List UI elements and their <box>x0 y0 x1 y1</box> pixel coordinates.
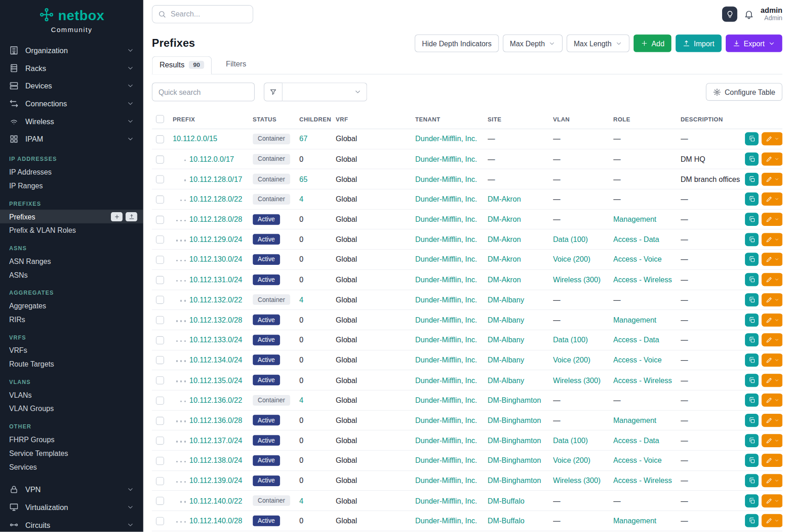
site-link[interactable]: DM-Buffalo <box>487 517 524 525</box>
edit-button[interactable] <box>761 173 782 186</box>
clone-button[interactable] <box>745 313 759 327</box>
vlan-link[interactable]: Data (100) <box>553 236 588 244</box>
column-header-description[interactable]: DESCRIPTION <box>680 110 745 129</box>
tenant-link[interactable]: Dunder-Mifflin, Inc. <box>415 356 477 364</box>
site-link[interactable]: DM-Binghamton <box>487 396 541 405</box>
children-count-link[interactable]: 4 <box>299 195 303 203</box>
prefix-link[interactable]: 10.112.139.0/24 <box>189 477 242 485</box>
prefix-link[interactable]: 10.112.133.0/24 <box>189 336 242 344</box>
clone-button[interactable] <box>745 474 759 488</box>
role-link[interactable]: Access - Voice <box>613 256 662 264</box>
sidebar-item-vrfs[interactable]: VRFs <box>0 343 143 357</box>
sidebar-item-rirs[interactable]: RIRs <box>0 313 143 326</box>
edit-button[interactable] <box>761 333 782 346</box>
row-checkbox[interactable] <box>156 396 164 405</box>
vlan-link[interactable]: Voice (200) <box>553 356 591 364</box>
add-prefix-button[interactable] <box>111 212 122 221</box>
tenant-link[interactable]: Dunder-Mifflin, Inc. <box>415 215 477 224</box>
row-checkbox[interactable] <box>156 356 164 364</box>
column-header-status[interactable]: STATUS <box>253 110 300 129</box>
edit-button[interactable] <box>761 474 782 488</box>
clone-button[interactable] <box>745 233 759 246</box>
site-link[interactable]: DM-Akron <box>487 236 521 244</box>
prefix-link[interactable]: 10.112.128.0/22 <box>189 195 242 203</box>
vlan-link[interactable]: Wireless (300) <box>553 275 601 284</box>
tenant-link[interactable]: Dunder-Mifflin, Inc. <box>415 336 477 344</box>
site-link[interactable]: DM-Albany <box>487 356 524 364</box>
role-link[interactable]: Access - Wireless <box>613 376 672 384</box>
site-link[interactable]: DM-Akron <box>487 195 521 203</box>
edit-button[interactable] <box>761 233 782 246</box>
children-count-link[interactable]: 4 <box>299 296 303 304</box>
tenant-link[interactable]: Dunder-Mifflin, Inc. <box>415 376 477 384</box>
sidebar-item-ip-ranges[interactable]: IP Ranges <box>0 179 143 192</box>
role-link[interactable]: Access - Voice <box>613 356 662 364</box>
tab-results[interactable]: Results 90 <box>152 56 212 75</box>
sidebar-item-wireless[interactable]: Wireless <box>0 112 143 130</box>
clone-button[interactable] <box>745 353 759 367</box>
prefix-link[interactable]: 10.112.137.0/24 <box>189 436 242 444</box>
tenant-link[interactable]: Dunder-Mifflin, Inc. <box>415 316 477 324</box>
tenant-link[interactable]: Dunder-Mifflin, Inc. <box>415 396 477 405</box>
site-link[interactable]: DM-Binghamton <box>487 456 541 465</box>
sidebar-item-service-templates[interactable]: Service Templates <box>0 446 143 460</box>
column-header-vlan[interactable]: VLAN <box>553 110 613 129</box>
tenant-link[interactable]: Dunder-Mifflin, Inc. <box>415 436 477 444</box>
tenant-link[interactable]: Dunder-Mifflin, Inc. <box>415 275 477 284</box>
row-checkbox[interactable] <box>156 457 164 465</box>
sidebar-item-vlan-groups[interactable]: VLAN Groups <box>0 401 143 415</box>
clone-button[interactable] <box>745 394 759 407</box>
vlan-link[interactable]: Data (100) <box>553 436 588 444</box>
vlan-link[interactable]: Voice (200) <box>553 456 591 465</box>
prefix-link[interactable]: 10.112.129.0/24 <box>189 236 242 244</box>
tenant-link[interactable]: Dunder-Mifflin, Inc. <box>415 477 477 485</box>
row-checkbox[interactable] <box>156 497 164 505</box>
sidebar-item-ipam[interactable]: IPAM <box>0 130 143 148</box>
tenant-link[interactable]: Dunder-Mifflin, Inc. <box>415 416 477 424</box>
edit-button[interactable] <box>761 273 782 286</box>
prefix-link[interactable]: 10.112.131.0/24 <box>189 275 242 284</box>
children-count-link[interactable]: 65 <box>299 175 307 183</box>
clone-button[interactable] <box>745 454 759 467</box>
edit-button[interactable] <box>761 213 782 226</box>
edit-button[interactable] <box>761 514 782 527</box>
prefix-link[interactable]: 10.112.138.0/24 <box>189 456 242 465</box>
filter-button[interactable] <box>264 82 283 101</box>
site-link[interactable]: DM-Akron <box>487 256 521 264</box>
clone-button[interactable] <box>745 293 759 307</box>
hide-depth-indicators-button[interactable]: Hide Depth Indicators <box>415 34 499 52</box>
edit-button[interactable] <box>761 153 782 166</box>
clone-button[interactable] <box>745 153 759 166</box>
clone-button[interactable] <box>745 273 759 286</box>
prefix-link[interactable]: 10.112.128.0/28 <box>189 215 242 224</box>
site-link[interactable]: DM-Albany <box>487 336 524 344</box>
sidebar-item-organization[interactable]: Organization <box>0 42 143 60</box>
tenant-link[interactable]: Dunder-Mifflin, Inc. <box>415 195 477 203</box>
tenant-link[interactable]: Dunder-Mifflin, Inc. <box>415 256 477 264</box>
clone-button[interactable] <box>745 333 759 346</box>
row-checkbox[interactable] <box>156 196 164 204</box>
prefix-link[interactable]: 10.112.140.0/28 <box>189 517 242 525</box>
prefix-link[interactable]: 10.112.140.0/22 <box>189 497 242 505</box>
max-depth-dropdown[interactable]: Max Depth <box>503 34 563 52</box>
tenant-link[interactable]: Dunder-Mifflin, Inc. <box>415 155 477 163</box>
clone-button[interactable] <box>745 434 759 447</box>
row-checkbox[interactable] <box>156 256 164 264</box>
row-checkbox[interactable] <box>156 517 164 525</box>
row-checkbox[interactable] <box>156 176 164 184</box>
tenant-link[interactable]: Dunder-Mifflin, Inc. <box>415 175 477 183</box>
edit-button[interactable] <box>761 373 782 387</box>
clone-button[interactable] <box>745 213 759 226</box>
clone-button[interactable] <box>745 373 759 387</box>
max-length-dropdown[interactable]: Max Length <box>567 34 630 52</box>
role-link[interactable]: Access - Data <box>613 236 659 244</box>
prefix-link[interactable]: 10.112.135.0/24 <box>189 376 242 384</box>
tenant-link[interactable]: Dunder-Mifflin, Inc. <box>415 497 477 505</box>
sidebar-item-connections[interactable]: Connections <box>0 95 143 113</box>
column-header-tenant[interactable]: TENANT <box>415 110 487 129</box>
row-checkbox[interactable] <box>156 155 164 164</box>
sidebar-item-virtualization[interactable]: Virtualization <box>0 499 143 516</box>
vlan-link[interactable]: Voice (200) <box>553 256 591 264</box>
vlan-link[interactable]: Data (100) <box>553 336 588 344</box>
children-count-link[interactable]: 67 <box>299 135 307 143</box>
